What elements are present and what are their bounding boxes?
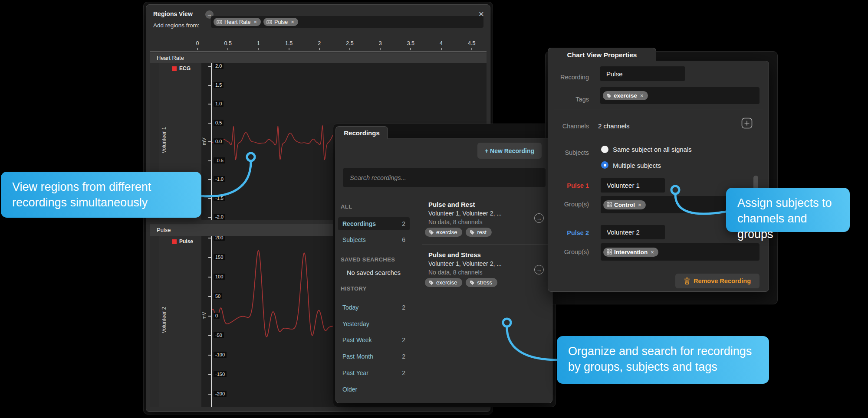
y-tick-label: -50 xyxy=(214,332,224,338)
sidebar-item-subjects[interactable]: Subjects6 xyxy=(338,233,410,246)
time-tick xyxy=(471,48,472,50)
y-tick-label: 200 xyxy=(214,236,225,241)
y-tick-label: 0 xyxy=(214,313,220,319)
remove-recording-label: Remove Recording xyxy=(694,278,751,284)
sidebar-item-label: Yesterday xyxy=(342,317,369,330)
time-tick xyxy=(441,48,442,50)
chip-remove-icon[interactable]: × xyxy=(291,19,294,25)
time-tick-label: 2.5 xyxy=(339,40,361,46)
y-tick xyxy=(208,217,211,218)
time-tick xyxy=(410,48,411,50)
tag-chip[interactable]: exercise xyxy=(425,278,462,287)
y-tick xyxy=(208,66,211,67)
y-tick-label: 100 xyxy=(214,274,225,280)
groups-input-pulse-2[interactable]: Intervention× xyxy=(601,243,760,261)
tag-chip[interactable]: Pulse× xyxy=(263,18,298,26)
tag-chip[interactable]: Heart Rate× xyxy=(214,18,261,26)
tab-chart-view-properties[interactable]: Chart View Properties xyxy=(548,48,656,62)
tag-icon xyxy=(470,280,475,285)
sidebar-item-past-week[interactable]: Past Week2 xyxy=(338,333,410,346)
y-tick-label: -1.5 xyxy=(214,195,225,201)
chip-remove-icon[interactable]: × xyxy=(640,92,644,99)
y-tick-label: -200 xyxy=(214,391,227,397)
add-regions-input[interactable]: Heart Rate×Pulse× xyxy=(211,16,483,28)
sidebar-item-yesterday[interactable]: Yesterday xyxy=(338,317,410,330)
y-tick-label: -0.5 xyxy=(214,157,225,163)
time-tick-label: 3 xyxy=(369,40,391,46)
sidebar-item-count: 2 xyxy=(402,333,405,346)
tag-chip[interactable]: rest xyxy=(466,228,492,237)
recording-card-title[interactable]: Pulse and Stress xyxy=(428,251,481,258)
section-title: Heart Rate xyxy=(157,55,184,61)
y-tick xyxy=(208,316,211,317)
sidebar-item-recordings[interactable]: Recordings2 xyxy=(338,217,410,230)
y-tick xyxy=(208,160,211,161)
list-divider xyxy=(419,202,419,397)
tag-chip[interactable]: stress xyxy=(466,278,497,287)
recording-name-input[interactable] xyxy=(600,66,685,81)
chip-remove-icon[interactable]: × xyxy=(651,249,654,255)
radio-multiple-subjects[interactable] xyxy=(601,161,608,169)
sidebar-item-count: 2 xyxy=(402,350,405,363)
subject-input-pulse-1[interactable] xyxy=(601,178,665,193)
chip-label: exercise xyxy=(614,92,637,99)
radio-multiple-subjects-label: Multiple subjects xyxy=(613,162,661,169)
time-tick xyxy=(258,48,259,50)
time-tick xyxy=(349,48,350,50)
sidebar-item-past-year[interactable]: Past Year2 xyxy=(338,366,410,379)
chip-label: exercise xyxy=(436,229,457,235)
y-axis-line xyxy=(211,236,212,407)
callout-line: Organize and search for recordings xyxy=(568,343,758,359)
y-tick-label: -1.0 xyxy=(214,176,225,182)
chip-remove-icon[interactable]: × xyxy=(638,202,641,208)
y-axis-unit: mV xyxy=(201,133,207,150)
recording-card-tags: exercisestress xyxy=(425,278,497,287)
tags-input[interactable]: exercise× xyxy=(600,87,760,104)
tag-chip[interactable]: exercise× xyxy=(603,91,648,100)
y-tick xyxy=(208,335,211,336)
y-tick-label: -150 xyxy=(214,371,227,377)
sidebar-item-past-month[interactable]: Past Month2 xyxy=(338,350,410,363)
sidebar-item-older[interactable]: Older xyxy=(338,383,410,396)
legend-label: ECG xyxy=(179,65,191,72)
callout-view-regions: View regions from different recordings s… xyxy=(1,172,201,218)
chip-remove-icon[interactable]: × xyxy=(253,19,257,25)
tag-icon xyxy=(606,93,612,98)
y-tick-label: -100 xyxy=(214,352,227,358)
search-recordings-input[interactable] xyxy=(343,168,546,187)
tag-chip[interactable]: exercise xyxy=(425,228,462,237)
sidebar-header-history: HISTORY xyxy=(341,284,367,293)
chart-view-properties-window: Chart View Properties Recording Tags exe… xyxy=(548,48,769,292)
remove-recording-button[interactable]: Remove Recording xyxy=(675,274,760,288)
callout-line: channels and groups xyxy=(737,211,838,242)
subject-input-pulse-2[interactable] xyxy=(601,225,665,239)
open-recording-icon[interactable]: → xyxy=(534,213,544,223)
y-tick-label: 150 xyxy=(214,254,225,260)
chip-label: Intervention xyxy=(614,249,648,255)
new-recording-button[interactable]: + New Recording xyxy=(477,143,542,159)
add-channel-icon[interactable] xyxy=(741,118,753,129)
recording-card-subjects: Volunteer 1, Volunteer 2, ... xyxy=(428,260,502,267)
y-tick-label: 1.0 xyxy=(214,101,224,107)
legend-label: Pulse xyxy=(179,238,193,245)
sidebar-item-today[interactable]: Today2 xyxy=(338,301,410,314)
tab-recordings[interactable]: Recordings xyxy=(335,126,388,139)
legend-swatch-icon xyxy=(172,66,177,71)
time-tick xyxy=(380,48,381,50)
y-tick xyxy=(208,394,211,395)
y-tick-label: 0.0 xyxy=(214,138,224,144)
y-tick xyxy=(208,85,211,86)
time-tick-label: 4.5 xyxy=(461,40,483,46)
sidebar-item-label: Past Month xyxy=(342,350,373,363)
radio-same-subject[interactable] xyxy=(601,146,608,153)
time-tick xyxy=(319,48,320,50)
recording-card-title[interactable]: Pulse and Rest xyxy=(428,201,475,208)
y-tick xyxy=(208,296,211,297)
open-recording-icon[interactable]: → xyxy=(534,265,544,274)
tag-chip[interactable]: Intervention× xyxy=(603,248,658,257)
section-header-heart-rate: Heart Rate xyxy=(150,52,487,63)
row-gutter xyxy=(150,236,160,407)
tag-chip[interactable]: Control× xyxy=(603,200,646,209)
sidebar-item-count: 6 xyxy=(402,233,405,246)
subject-label: Volunteer 2 xyxy=(161,277,167,363)
